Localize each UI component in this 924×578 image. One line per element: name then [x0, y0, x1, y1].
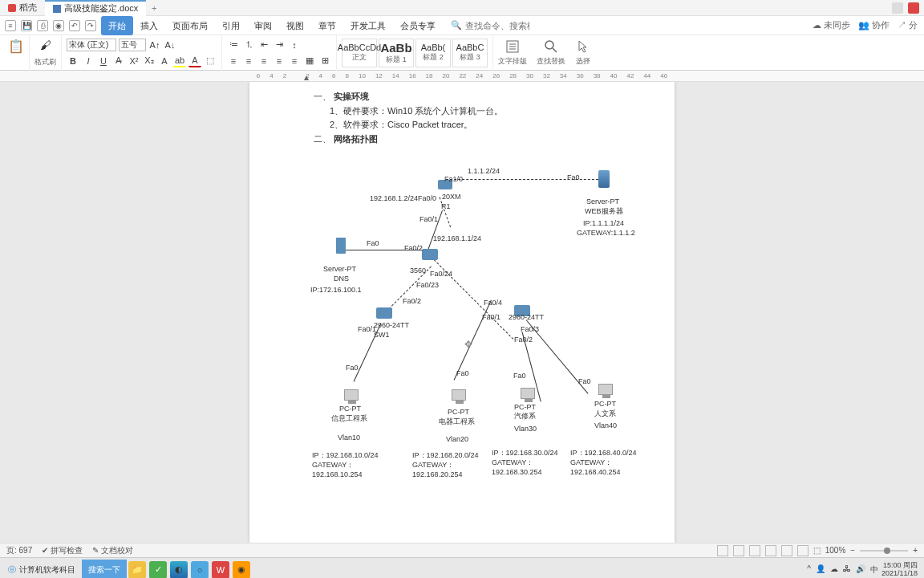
taskbar-start[interactable]: ⓔ计算机软考科目 — [2, 560, 82, 579]
document-area[interactable]: 一、 实操环境 1、硬件要求：Win10 系统个人计算机一台。 2、软件要求：C… — [0, 82, 924, 543]
format-painter-label: 格式刷 — [34, 57, 56, 67]
task-wechat-icon[interactable]: ✓ — [149, 561, 167, 579]
align-distribute-button[interactable]: ≡ — [288, 55, 301, 67]
status-proofread[interactable]: ✎ 文档校对 — [92, 545, 133, 556]
status-spellcheck[interactable]: ✔ 拼写检查 — [42, 545, 83, 556]
command-search-input[interactable] — [465, 21, 529, 31]
status-page: 页: 697 — [6, 545, 32, 556]
sync-button[interactable]: ☁ 未同步 — [813, 19, 850, 31]
menu-reference[interactable]: 引用 — [215, 16, 247, 35]
numbering-button[interactable]: ⒈ — [242, 39, 255, 51]
tray-people-icon[interactable]: 👤 — [816, 564, 825, 576]
align-justify-button[interactable]: ≡ — [273, 55, 286, 67]
lbl-net-core: 192.168.1.1/24 — [433, 233, 481, 244]
style-h1[interactable]: AaBb标题 1 — [379, 39, 414, 67]
taskbar-search[interactable]: 搜索一下 — [82, 560, 127, 579]
align-center-button[interactable]: ≡ — [242, 55, 255, 67]
zoom-fit-icon[interactable]: ⬚ — [813, 546, 821, 555]
font-color-button[interactable]: A — [188, 55, 201, 67]
task-wps-icon[interactable]: W — [212, 561, 229, 579]
bullets-button[interactable]: ≔ — [227, 39, 240, 51]
qa-redo-icon[interactable]: ↷ — [85, 20, 96, 31]
outdent-button[interactable]: ⇤ — [257, 39, 270, 51]
menu-layout[interactable]: 页面布局 — [165, 16, 215, 35]
window-restore-icon[interactable] — [908, 2, 919, 14]
qa-print-icon[interactable]: ⎙ — [37, 20, 48, 31]
view-web-icon[interactable] — [765, 545, 776, 556]
taskbar-clock[interactable]: 15:00 周四 2021/11/18 — [881, 562, 918, 578]
bold-button[interactable]: B — [67, 55, 79, 67]
tab-home[interactable]: 稻壳 — [0, 0, 45, 16]
zoom-out-button[interactable]: − — [850, 546, 855, 555]
text-effect-button[interactable]: A — [158, 55, 171, 67]
qa-preview-icon[interactable]: ◉ — [53, 20, 64, 31]
tray-cloud-icon[interactable]: ☁ — [830, 564, 838, 576]
text-layout-button[interactable]: 文字排版 — [493, 39, 532, 67]
view-focus-icon[interactable] — [797, 545, 808, 556]
view-read-icon[interactable] — [781, 545, 792, 556]
font-shrink-icon[interactable]: A↓ — [164, 39, 176, 51]
tray-ime-icon[interactable]: 中 — [870, 564, 878, 576]
shading-button[interactable]: ▦ — [303, 55, 316, 67]
server-dns — [336, 238, 346, 254]
align-right-button[interactable]: ≡ — [257, 55, 270, 67]
line-spacing-button[interactable]: ↕ — [288, 39, 301, 51]
task-edge-icon[interactable]: ◐ — [170, 561, 188, 579]
task-explorer-icon[interactable]: 📁 — [128, 561, 146, 579]
lbl-pc4-gw2: 192.168.40.254 — [570, 466, 621, 478]
underline-button[interactable]: U — [97, 55, 110, 67]
italic-button[interactable]: I — [82, 55, 95, 67]
ruler[interactable]: 6422468101214161820222426283032343638404… — [0, 71, 924, 82]
qa-menu-icon[interactable]: ≡ — [5, 20, 16, 31]
align-left-button[interactable]: ≡ — [227, 55, 240, 67]
lbl-fa04: Fa0/4 — [484, 297, 502, 308]
task-app-icon[interactable]: ◉ — [233, 561, 250, 579]
window-layout-icon[interactable] — [892, 2, 903, 14]
lbl-dns-ip: IP:172.16.100.1 — [310, 284, 362, 295]
lbl-pc2-vlan: Vlan20 — [446, 434, 468, 445]
zoom-slider[interactable] — [860, 550, 908, 552]
zoom-in-button[interactable]: + — [913, 546, 918, 555]
style-h3[interactable]: AaBbC标题 3 — [452, 39, 488, 67]
qa-save-icon[interactable]: 💾 — [21, 20, 32, 31]
char-shading-button[interactable]: ⬚ — [204, 55, 217, 67]
share-button[interactable]: ↗ 分 — [898, 19, 918, 31]
tray-network-icon[interactable]: 🖧 — [843, 564, 851, 576]
task-browser-icon[interactable]: ○ — [191, 561, 209, 579]
tab-document[interactable]: 高级技能鉴定.docx — [45, 0, 146, 16]
font-size-select[interactable]: 五号 — [119, 39, 146, 51]
page[interactable]: 一、 实操环境 1、硬件要求：Win10 系统个人计算机一台。 2、软件要求：C… — [249, 82, 675, 543]
command-search[interactable]: 🔍 — [451, 20, 529, 31]
format-painter-icon[interactable]: 🖌 — [40, 39, 51, 51]
font-grow-icon[interactable]: A↑ — [148, 39, 161, 51]
highlight-button[interactable]: ab — [173, 55, 186, 67]
menu-review[interactable]: 审阅 — [247, 16, 279, 35]
view-outline-icon[interactable] — [749, 545, 760, 556]
style-normal[interactable]: AaBbCcDd正文 — [342, 39, 377, 67]
menu-insert[interactable]: 插入 — [133, 16, 165, 35]
menu-member[interactable]: 会员专享 — [393, 16, 443, 35]
zoom-value[interactable]: 100% — [825, 546, 846, 555]
indent-button[interactable]: ⇥ — [273, 39, 286, 51]
view-eye-icon[interactable] — [717, 545, 728, 556]
find-replace-button[interactable]: 查找替换 — [532, 39, 570, 67]
select-button[interactable]: 选择 — [570, 39, 596, 67]
qa-undo-icon[interactable]: ↶ — [69, 20, 80, 31]
paste-icon[interactable]: 📋 — [8, 39, 24, 54]
coop-button[interactable]: 👥 协作 — [858, 19, 890, 31]
subscript-button[interactable]: X₂ — [143, 55, 156, 67]
border-button[interactable]: ⊞ — [318, 55, 331, 67]
menu-dev[interactable]: 开发工具 — [343, 16, 393, 35]
font-name-select[interactable]: 宋体 (正文) — [67, 39, 116, 51]
style-h2[interactable]: AaBb(标题 2 — [415, 39, 451, 67]
superscript-button[interactable]: X² — [128, 55, 140, 67]
menu-view[interactable]: 视图 — [279, 16, 311, 35]
tray-up-icon[interactable]: ^ — [807, 564, 811, 576]
sec1-no: 一、 — [314, 92, 331, 101]
tray-volume-icon[interactable]: 🔊 — [856, 564, 865, 576]
view-page-icon[interactable] — [733, 545, 744, 556]
menu-section[interactable]: 章节 — [311, 16, 343, 35]
tab-add-button[interactable]: + — [146, 3, 162, 13]
strike-button[interactable]: A̶ — [112, 55, 125, 67]
menu-start[interactable]: 开始 — [101, 16, 133, 35]
